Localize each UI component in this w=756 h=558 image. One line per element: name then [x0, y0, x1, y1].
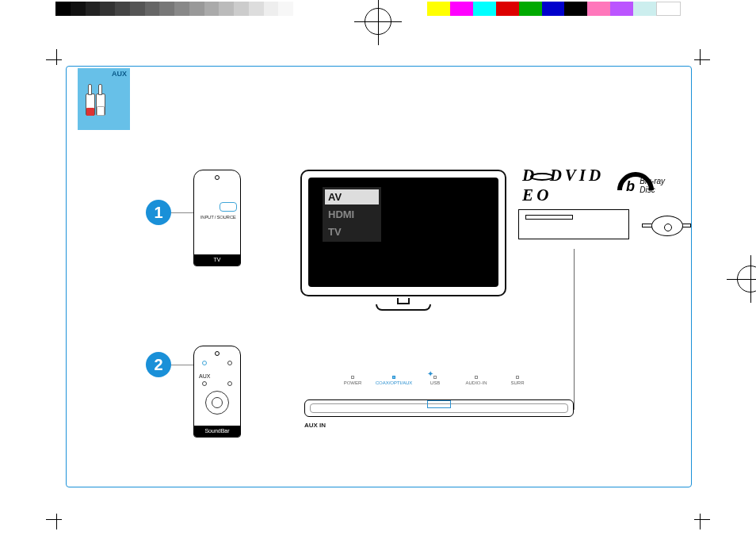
step-1-connector	[171, 212, 193, 213]
crop-mark	[46, 509, 67, 529]
remote-led-icon	[215, 351, 220, 356]
led-audio-in: AUDIO-IN	[456, 376, 497, 385]
print-colorbar-color	[427, 2, 681, 16]
remote-btn-icon[interactable]	[202, 361, 207, 365]
crop-mark	[46, 49, 67, 70]
aux-button-label: AUX	[199, 373, 210, 379]
remote-led-icon	[215, 175, 220, 180]
remote-device-label: SoundBar	[194, 426, 240, 437]
tv-menu-item-hdmi[interactable]: HDMI	[325, 207, 379, 222]
soundbar-remote: AUX SoundBar	[193, 346, 241, 438]
tv: AV HDMI TV	[300, 170, 506, 304]
registration-mark	[737, 266, 756, 292]
led-coax-opti-aux: COAX/OPTI/AUX	[373, 376, 414, 385]
soundbar-led-row: POWER COAX/OPTI/AUX USB AUDIO-IN SURR	[332, 376, 538, 385]
disc-icon	[651, 216, 683, 236]
step-2-connector	[171, 365, 193, 365]
tv-input-menu: AV HDMI TV	[323, 187, 381, 242]
remote-btn-icon[interactable]	[202, 381, 207, 386]
led-power: POWER	[332, 376, 373, 385]
cable-vertical	[574, 249, 575, 409]
aux-badge: AUX	[78, 68, 130, 130]
disc-player	[518, 209, 661, 250]
led-usb: USB	[414, 376, 456, 385]
remote-btn-icon[interactable]	[227, 361, 232, 365]
diagram-frame: AUX 1 INPUT / SOURCE TV 2 AUX SoundBar A…	[66, 66, 692, 487]
crop-mark	[689, 49, 710, 70]
aux-in-label: AUX IN	[304, 422, 326, 429]
dvd-logo: DD V I D E O	[522, 166, 606, 205]
remote-btn-icon[interactable]	[227, 381, 232, 386]
soundbar-aux-port	[427, 400, 451, 408]
crop-mark	[689, 509, 710, 529]
tv-remote: INPUT / SOURCE TV	[193, 170, 241, 266]
step-2-badge: 2	[146, 352, 171, 377]
registration-mark	[365, 8, 391, 35]
disc-slot-icon	[525, 215, 573, 220]
print-colorbar-greyscale	[55, 2, 293, 16]
led-surr: SURR	[497, 376, 538, 385]
tv-menu-item-av[interactable]: AV	[325, 189, 379, 204]
input-source-button[interactable]	[220, 202, 237, 212]
input-source-label: INPUT / SOURCE	[200, 215, 235, 220]
disc-player-logos: DD V I D E O b Blu-ray Disc	[522, 170, 673, 201]
ok-button[interactable]	[212, 397, 223, 408]
step-1-badge: 1	[146, 200, 171, 225]
bluray-logo: b Blu-ray Disc	[617, 172, 673, 199]
remote-device-label: TV	[194, 254, 240, 266]
soundbar-body	[304, 399, 574, 417]
aux-badge-label: AUX	[112, 70, 127, 78]
rca-cables-icon	[86, 82, 105, 120]
tv-menu-item-tv[interactable]: TV	[325, 224, 379, 239]
